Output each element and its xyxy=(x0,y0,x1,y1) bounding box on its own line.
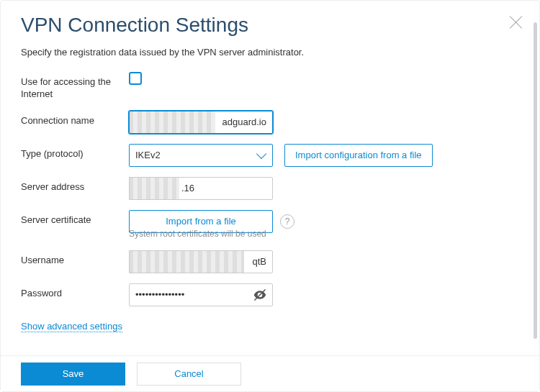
chevron-down-icon xyxy=(256,149,266,159)
type-label: Type (protocol) xyxy=(21,144,129,160)
save-button[interactable]: Save xyxy=(21,363,125,386)
cert-hint: System root certificates will be used xyxy=(129,229,519,239)
type-select[interactable]: IKEv2 xyxy=(129,144,273,167)
password-label: Password xyxy=(21,283,129,300)
username-label: Username xyxy=(21,250,129,267)
connection-name-label: Connection name xyxy=(21,111,129,127)
use-internet-label: Use for accessing the Internet xyxy=(21,72,129,101)
dialog-footer: Save Cancel xyxy=(1,355,539,391)
import-config-button[interactable]: Import configuration from a file xyxy=(284,144,433,167)
page-subtitle: Specify the registration data issued by … xyxy=(21,47,519,58)
page-title: VPN Connection Settings xyxy=(21,14,519,37)
type-value: IKEv2 xyxy=(135,150,161,160)
server-cert-label: Server certificate xyxy=(21,210,129,227)
help-icon[interactable]: ? xyxy=(280,214,294,229)
username-input[interactable] xyxy=(129,250,273,273)
password-input[interactable] xyxy=(129,283,273,306)
close-icon[interactable] xyxy=(508,14,525,31)
show-advanced-link[interactable]: Show advanced settings xyxy=(21,321,122,332)
vpn-settings-dialog: VPN Connection Settings Specify the regi… xyxy=(0,0,540,392)
scrollbar[interactable] xyxy=(534,22,537,339)
server-address-label: Server address xyxy=(21,177,129,193)
server-address-input[interactable] xyxy=(129,177,273,200)
use-internet-checkbox[interactable] xyxy=(129,72,142,85)
connection-name-input[interactable] xyxy=(129,111,273,134)
eye-off-icon[interactable] xyxy=(253,288,267,302)
cancel-button[interactable]: Cancel xyxy=(137,363,241,386)
